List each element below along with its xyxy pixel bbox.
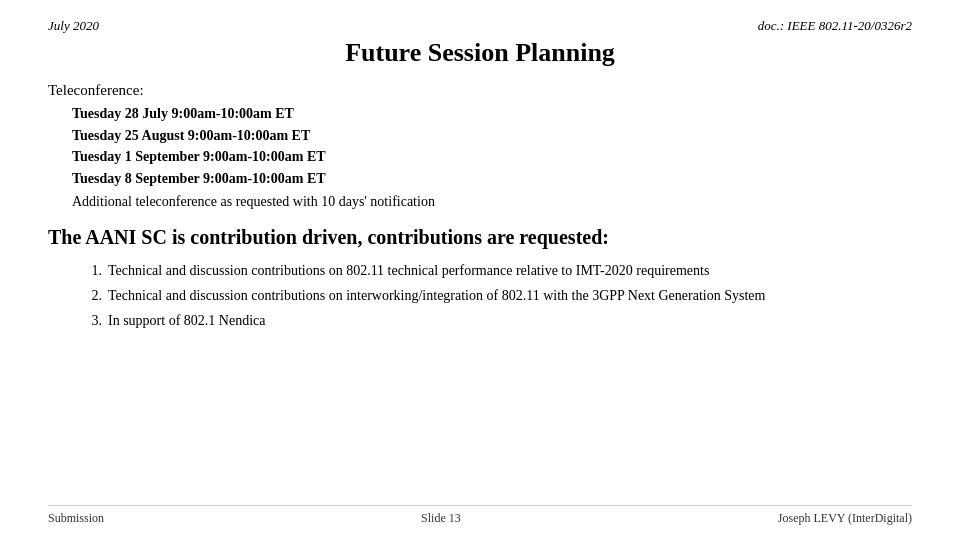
item-text-1: Technical and discussion contributions o… <box>108 260 912 281</box>
tele-item-4: Tuesday 8 September 9:00am-10:00am ET <box>72 168 912 190</box>
header-date: July 2020 <box>48 18 99 34</box>
teleconference-heading: Teleconference: <box>48 82 912 99</box>
list-item-3: 3. In support of 802.1 Nendica <box>84 310 912 331</box>
footer: Submission Slide 13 Joseph LEVY (InterDi… <box>48 505 912 526</box>
slide: July 2020 doc.: IEEE 802.11-20/0326r2 Fu… <box>0 0 960 540</box>
item-text-2: Technical and discussion contributions o… <box>108 285 912 306</box>
footer-author: Joseph LEVY (InterDigital) <box>778 511 912 526</box>
item-number-2: 2. <box>84 285 102 306</box>
numbered-list: 1. Technical and discussion contribution… <box>84 260 912 331</box>
footer-submission: Submission <box>48 511 104 526</box>
item-text-3: In support of 802.1 Nendica <box>108 310 912 331</box>
header-bar: July 2020 doc.: IEEE 802.11-20/0326r2 <box>48 18 912 34</box>
item-number-3: 3. <box>84 310 102 331</box>
aani-heading: The AANI SC is contribution driven, cont… <box>48 224 912 250</box>
tele-item-1: Tuesday 28 July 9:00am-10:00am ET <box>72 103 912 125</box>
tele-item-3: Tuesday 1 September 9:00am-10:00am ET <box>72 146 912 168</box>
list-item-1: 1. Technical and discussion contribution… <box>84 260 912 281</box>
footer-slide: Slide 13 <box>421 511 461 526</box>
teleconference-list: Tuesday 28 July 9:00am-10:00am ET Tuesda… <box>72 103 912 190</box>
list-item-2: 2. Technical and discussion contribution… <box>84 285 912 306</box>
slide-title: Future Session Planning <box>48 38 912 68</box>
additional-note: Additional teleconference as requested w… <box>72 194 912 210</box>
header-doc: doc.: IEEE 802.11-20/0326r2 <box>758 18 912 34</box>
item-number-1: 1. <box>84 260 102 281</box>
tele-item-2: Tuesday 25 August 9:00am-10:00am ET <box>72 125 912 147</box>
